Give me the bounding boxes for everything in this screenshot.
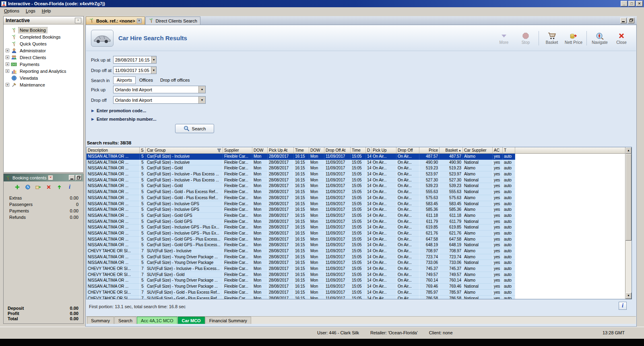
document-tab-book-ref-none[interactable]: Book. ref.: <none>✕ — [86, 16, 145, 25]
result-row[interactable]: NISSAN ALTIMA OR ...5Car(Full Size) - Go… — [87, 189, 515, 195]
booking-info-button[interactable]: i — [66, 183, 73, 191]
dropoff-at-dropdown-icon[interactable]: ▼ — [151, 67, 156, 74]
booking-close-icon[interactable]: ✕ — [48, 175, 53, 180]
result-row[interactable]: NISSAN ALTIMA OR ...5Car(Full Size) - In… — [87, 154, 515, 160]
result-row[interactable]: CHEVY TAHOE OR SI...7SUV(Full Size) - In… — [87, 266, 515, 272]
mdi-restore-icon[interactable] — [628, 18, 634, 23]
result-row[interactable]: NISSAN ALTIMA OR ...5Car(Full Size) - In… — [87, 160, 515, 166]
result-row[interactable]: CHEVY TAHOE OR SI...7SUV(Full Size) - Go… — [87, 296, 515, 299]
minimize-icon[interactable]: _ — [621, 1, 627, 6]
result-row[interactable]: NISSAN ALTIMA OR ...5Car(Full Size) - Go… — [87, 219, 515, 225]
result-row[interactable]: NISSAN ALTIMA OR ...5Car(Full Size) - Yo… — [87, 254, 515, 260]
sidebar-item-payments[interactable]: +Payments — [4, 61, 83, 68]
result-row[interactable]: NISSAN ALTIMA OR ...5Car(Full Size) - In… — [87, 231, 515, 237]
booking-send-button[interactable] — [56, 183, 63, 191]
column-header-pick-up[interactable]: Pick Up — [372, 147, 396, 153]
column-header-d[interactable]: D — [366, 147, 372, 153]
search-button[interactable]: Search — [175, 124, 214, 133]
toolbar-close-button[interactable]: Close — [611, 31, 632, 45]
result-row[interactable]: NISSAN ALTIMA OR ...5Car(Full Size) - In… — [87, 171, 515, 177]
info-button[interactable]: i — [619, 302, 627, 310]
mdi-minimize-icon[interactable] — [620, 18, 627, 23]
column-header-s[interactable]: S — [140, 147, 146, 153]
column-header-basket[interactable]: Basket▲ — [440, 147, 463, 153]
scrollbar-thumb[interactable] — [625, 154, 632, 241]
result-row[interactable]: NISSAN ALTIMA OR ...5Car(Full Size) - Go… — [87, 165, 515, 171]
column-header-car-group[interactable]: Car Group — [146, 147, 223, 153]
search-in-tab-drop-off-offices[interactable]: Drop off offices — [157, 76, 194, 84]
pickup-at-input[interactable]: 28/08/2017 16:15 ▼ — [113, 56, 157, 64]
toolbar-basket-button[interactable]: Basket — [541, 31, 562, 45]
result-row[interactable]: CHEVY TAHOE OR SI...7SUV(Full Size) - In… — [87, 248, 515, 254]
dropoff-at-input[interactable]: 11/09/2017 15:05 ▼ — [113, 66, 157, 74]
expand-plus-icon[interactable]: + — [6, 49, 9, 52]
toolbar-nett-price-button[interactable]: Nett Price — [563, 31, 584, 45]
result-row[interactable]: NISSAN ALTIMA OR ...5Car(Full Size) - Yo… — [87, 284, 515, 290]
sidebar-item-viewdata[interactable]: +Viewdata — [4, 74, 83, 81]
result-row[interactable]: CHEVY TAHOE OR SI...7SUV(Full Size) - Go… — [87, 290, 515, 296]
result-row[interactable]: NISSAN ALTIMA OR ...5Car(Full Size) - Go… — [87, 213, 515, 219]
column-header-time[interactable]: Time — [351, 147, 366, 153]
column-header-dow[interactable]: DOW — [309, 147, 324, 153]
booking-add-button[interactable] — [14, 183, 21, 191]
result-row[interactable]: NISSAN ALTIMA OR ...5Car(Full Size) - In… — [87, 224, 515, 231]
toolbar-navigate-button[interactable]: Navigate — [589, 31, 610, 45]
result-row[interactable]: NISSAN ALTIMA OR ...5Car(Full Size) - Yo… — [87, 278, 515, 284]
close-icon[interactable]: ✕ — [636, 1, 643, 6]
result-row[interactable]: NISSAN ALTIMA OR ...5Car(Full Size) - In… — [87, 177, 515, 183]
column-header-description[interactable]: Description — [87, 147, 140, 153]
booking-export-button[interactable] — [35, 183, 42, 191]
result-row[interactable]: CHEVY TAHOE OR SI...7SUV(Full Size) - Go… — [87, 272, 515, 278]
expand-plus-icon[interactable]: + — [6, 83, 9, 86]
expand-plus-icon[interactable]: + — [6, 69, 9, 73]
pickup-dropdown-icon[interactable]: ▼ — [198, 86, 205, 93]
dropoff-dropdown-icon[interactable]: ▼ — [198, 97, 205, 103]
expand-plus-icon[interactable]: + — [6, 62, 9, 66]
search-in-tab-airports[interactable]: Airports — [113, 76, 136, 84]
column-header-pick-up-at[interactable]: Pick Up At — [268, 147, 294, 153]
sidebar-item-quick-quotes[interactable]: +Quick Quotes — [4, 40, 83, 47]
sidebar-item-new-booking[interactable]: +New Booking — [4, 27, 83, 33]
result-row[interactable]: NISSAN ALTIMA OR ...5Car(Full Size) - Go… — [87, 195, 515, 201]
booking-minimize-icon[interactable] — [69, 175, 75, 180]
booking-world-button[interactable] — [24, 183, 31, 191]
membership-number-toggle[interactable]: ▶ Enter membership number... — [91, 117, 156, 122]
expand-plus-icon[interactable]: + — [6, 56, 9, 59]
column-header-car-supplier[interactable]: Car Supplier — [463, 147, 493, 153]
pickup-at-dropdown-icon[interactable]: ▼ — [151, 56, 156, 63]
column-header-supplier[interactable]: Supplier — [223, 147, 252, 153]
column-header-dow[interactable]: DOW — [252, 147, 268, 153]
scroll-up-icon[interactable]: ▲ — [625, 147, 632, 154]
sidebar-item-direct-clients[interactable]: +Direct Clients — [4, 54, 83, 61]
column-header-time[interactable]: Time — [294, 147, 309, 153]
grid-scrollbar[interactable]: ▲ ▼ — [625, 147, 632, 299]
bottom-tab-financial-summary[interactable]: Financial Summary — [205, 317, 251, 324]
menu-help[interactable]: Help — [39, 8, 54, 14]
bottom-tab-search[interactable]: Search — [114, 317, 136, 324]
bottom-tab-car-mco[interactable]: Car MCO — [178, 317, 205, 324]
sidebar-item-reporting-and-analytics[interactable]: +Reporting and Analytics — [4, 68, 83, 74]
result-row[interactable]: NISSAN ALTIMA OR ...5Car(Full Size) - Yo… — [87, 260, 515, 266]
bottom-tab-acc-4a-1c-mco[interactable]: Acc 4A,1C MCO — [137, 317, 178, 324]
booking-restore-icon[interactable] — [76, 175, 82, 180]
column-header-t[interactable]: T — [503, 147, 515, 153]
column-header-price[interactable]: Price — [419, 147, 440, 153]
bottom-tab-summary[interactable]: Summary — [87, 317, 114, 324]
result-row[interactable]: NISSAN ALTIMA OR ...5Car(Full Size) - Go… — [87, 242, 515, 248]
panel-collapse-icon[interactable]: ▫ — [75, 18, 81, 23]
search-in-tab-offices[interactable]: Offices — [136, 76, 157, 84]
document-tab-direct-clients-search[interactable]: Direct Clients Search — [145, 16, 200, 25]
scroll-down-icon[interactable]: ▼ — [625, 292, 632, 299]
result-row[interactable]: NISSAN ALTIMA OR ...5Car(Full Size) - In… — [87, 207, 515, 213]
column-header-drop-off-at[interactable]: Drop Off At — [324, 147, 351, 153]
pickup-combobox[interactable]: Orlando Intl Airport ▼ — [113, 86, 206, 93]
maximize-icon[interactable]: □ — [628, 1, 635, 6]
promotion-code-toggle[interactable]: ▶ Enter promotion code... — [91, 108, 146, 113]
filter-funnel-icon[interactable] — [217, 148, 221, 152]
sidebar-item-maintenance[interactable]: +Maintenance — [4, 81, 83, 88]
menu-logs[interactable]: Logs — [23, 8, 39, 14]
result-row[interactable]: NISSAN ALTIMA OR ...5Car(Full Size) - Go… — [87, 237, 515, 243]
tab-close-icon[interactable]: ✕ — [137, 19, 142, 23]
column-header-ac[interactable]: AC — [493, 147, 503, 153]
sidebar-item-completed-bookings[interactable]: +Completed Bookings — [4, 33, 83, 40]
